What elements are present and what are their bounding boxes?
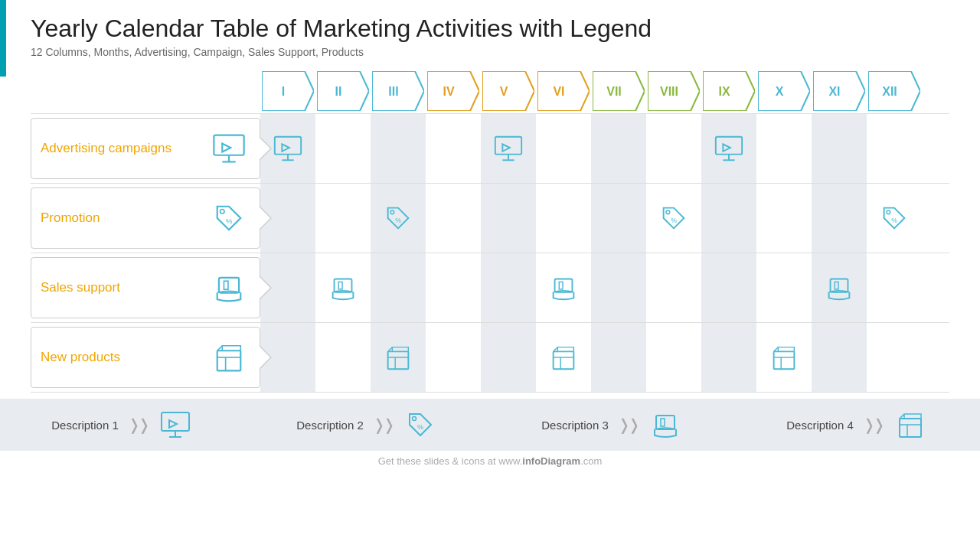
svg-point-42 — [390, 210, 394, 214]
svg-rect-80 — [900, 419, 921, 437]
svg-rect-36 — [716, 137, 742, 155]
calendar-cells-advertising — [260, 114, 949, 183]
month-header-XI: XI — [812, 70, 867, 112]
cal-cell-sales-5 — [481, 253, 536, 322]
calendar-cells-newproducts — [260, 323, 949, 392]
header: Yearly Calendar Table of Marketing Activ… — [0, 0, 980, 63]
svg-rect-28 — [275, 137, 301, 155]
svg-text:III: III — [388, 85, 398, 98]
svg-rect-55 — [835, 282, 838, 290]
cal-cell-advertising-5 — [481, 114, 536, 183]
month-header-V: V — [481, 70, 536, 112]
month-header-XII: XII — [867, 70, 922, 112]
svg-text:VI: VI — [553, 85, 564, 98]
svg-point-40 — [220, 210, 224, 214]
activity-label-icon-advertising — [207, 127, 250, 170]
legend-arrow-1: ❭❭ — [128, 416, 148, 434]
legend-icon-2: % — [402, 406, 439, 443]
cal-cell-promotion-4 — [426, 184, 481, 253]
cal-cell-sales-7 — [591, 253, 646, 322]
svg-rect-51 — [338, 282, 342, 290]
cal-cell-newproducts-9 — [701, 323, 756, 392]
svg-rect-68 — [774, 352, 795, 370]
activity-row-advertising: Advertising campaigns — [31, 113, 949, 183]
main-content: IIIIIIIVVVIVIIVIIIIXXXIXII Advertising c… — [0, 70, 980, 393]
activity-label-sales: Sales support — [31, 257, 260, 318]
cal-cell-promotion-9 — [701, 184, 756, 253]
cal-cell-sales-8 — [646, 253, 701, 322]
svg-text:%: % — [395, 217, 401, 224]
legend-arrow-3: ❭❭ — [618, 416, 638, 434]
cal-cell-sales-12 — [867, 253, 922, 322]
activity-label-text-promotion: Promotion — [41, 210, 207, 226]
cal-cell-sales-2 — [315, 253, 371, 322]
cal-cell-promotion-6 — [536, 184, 591, 253]
svg-marker-8 — [482, 71, 534, 111]
legend-text-4: Description 4 — [786, 419, 854, 432]
calendar-wrapper: IIIIIIIVVVIVIIVIIIIXXXIXII Advertising c… — [31, 70, 949, 393]
cal-cell-newproducts-12 — [867, 323, 922, 392]
cal-cell-sales-3 — [371, 253, 426, 322]
svg-marker-0 — [262, 71, 314, 111]
svg-text:XI: XI — [828, 85, 840, 98]
svg-text:XII: XII — [882, 85, 897, 98]
cal-cell-newproducts-7 — [591, 323, 646, 392]
cal-cell-newproducts-6 — [536, 323, 591, 392]
svg-text:%: % — [671, 217, 677, 224]
activity-label-text-sales: Sales support — [41, 280, 207, 295]
svg-rect-56 — [217, 351, 241, 371]
svg-marker-75 — [169, 420, 177, 428]
cal-cell-sales-10 — [756, 253, 812, 322]
activity-label-promotion: Promotion % — [31, 187, 260, 249]
activity-label-icon-sales — [207, 266, 250, 309]
svg-text:VIII: VIII — [660, 85, 678, 98]
svg-text:V: V — [500, 85, 508, 98]
activity-label-newproducts: New products — [31, 327, 260, 388]
legend-text-1: Description 1 — [51, 419, 119, 432]
legend-text-3: Description 3 — [541, 419, 609, 432]
svg-marker-31 — [282, 145, 289, 152]
svg-marker-2 — [317, 71, 369, 111]
legend-icon-1 — [157, 406, 194, 443]
legend-arrow-2: ❭❭ — [373, 416, 393, 434]
cal-cell-promotion-10 — [756, 184, 812, 253]
svg-rect-49 — [224, 282, 227, 290]
cal-cell-advertising-7 — [591, 114, 646, 183]
svg-text:IX: IX — [718, 85, 730, 98]
svg-text:%: % — [891, 217, 897, 224]
page-title: Yearly Calendar Table of Marketing Activ… — [31, 14, 949, 43]
cal-cell-newproducts-10 — [756, 323, 812, 392]
cal-cell-newproducts-5 — [481, 323, 536, 392]
legend-arrow-4: ❭❭ — [863, 416, 883, 434]
activity-label-advertising: Advertising campaigns — [31, 118, 260, 179]
month-header-VII: VII — [591, 70, 646, 112]
months-row: IIIIIIIVVVIVIIVIIIIXXXIXII — [260, 70, 949, 112]
activity-label-icon-promotion: % — [207, 197, 250, 240]
activity-label-icon-newproducts — [207, 336, 250, 379]
cal-cell-newproducts-4 — [426, 323, 481, 392]
cal-cell-newproducts-11 — [812, 323, 867, 392]
activity-row-promotion: Promotion % % % % — [31, 183, 949, 253]
cal-cell-advertising-6 — [536, 114, 591, 183]
calendar-cells-promotion: % % % — [260, 184, 949, 253]
cal-cell-promotion-11 — [812, 184, 867, 253]
svg-point-76 — [412, 417, 416, 421]
legend-item-3: Description 3❭❭ — [541, 406, 684, 443]
svg-marker-27 — [222, 144, 230, 152]
legend-item-2: Description 2❭❭ % — [296, 406, 439, 443]
month-header-X: X — [756, 70, 812, 112]
cal-cell-newproducts-8 — [646, 323, 701, 392]
month-header-IX: IX — [701, 70, 756, 112]
cal-cell-sales-11 — [812, 253, 867, 322]
legend-text-2: Description 2 — [296, 419, 364, 432]
svg-rect-64 — [554, 352, 574, 370]
activity-row-sales: Sales support — [31, 253, 949, 322]
legend-item-4: Description 4❭❭ — [786, 406, 929, 443]
svg-rect-32 — [495, 137, 521, 155]
cal-cell-advertising-3 — [371, 114, 426, 183]
month-header-I: I — [260, 70, 315, 112]
cal-cell-sales-4 — [426, 253, 481, 322]
svg-marker-18 — [758, 71, 810, 111]
cal-cell-promotion-5 — [481, 184, 536, 253]
cal-cell-advertising-10 — [756, 114, 812, 183]
